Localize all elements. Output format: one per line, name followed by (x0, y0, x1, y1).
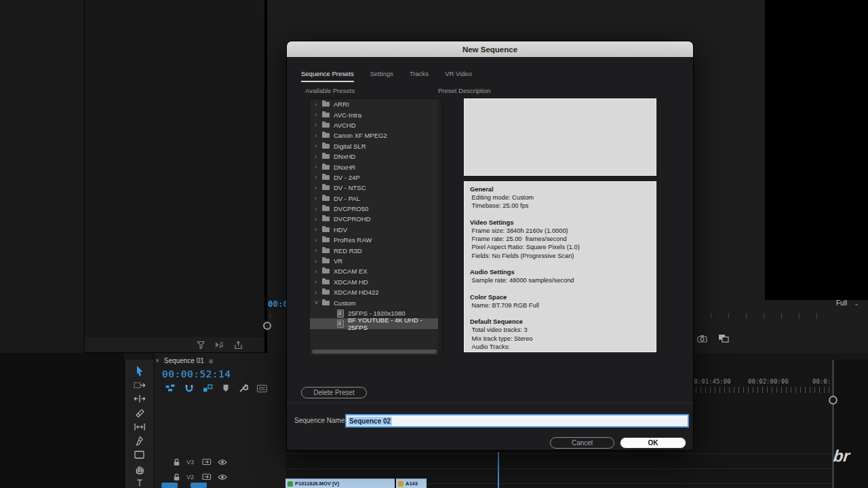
chevron-right-icon[interactable]: › (315, 216, 321, 223)
razor-tool[interactable] (132, 407, 148, 418)
timeline-ruler[interactable] (686, 387, 831, 393)
slip-tool[interactable] (132, 421, 148, 432)
chevron-right-icon[interactable]: › (315, 121, 321, 128)
type-tool[interactable] (132, 478, 148, 488)
captions-icon[interactable]: CC (257, 385, 267, 392)
timeline-clip[interactable]: P1011626.MOV [V] (285, 478, 395, 488)
rectangle-tool[interactable] (132, 450, 148, 460)
description-line: Fields: No Fields (Progressive Scan) (470, 252, 650, 260)
preset-folder[interactable]: ›ARRI (310, 99, 442, 109)
preset-folder[interactable]: ›DNxHD (310, 151, 442, 162)
add-marker-icon[interactable] (222, 384, 230, 392)
source-patch-icon[interactable] (202, 473, 212, 481)
tab-vr-video[interactable]: VR Video (445, 70, 472, 82)
preset-folder-custom[interactable]: ˅Custom (310, 297, 442, 307)
comparison-view-icon[interactable] (718, 334, 729, 343)
toggle-visibility-icon[interactable] (218, 474, 227, 481)
chevron-right-icon[interactable]: › (315, 164, 321, 170)
tab-sequence-presets[interactable]: Sequence Presets (301, 70, 354, 82)
preset-folder[interactable]: ›DV - PAL (310, 193, 442, 204)
chevron-right-icon[interactable]: › (315, 132, 321, 139)
preset-folder[interactable]: ›Digital SLR (310, 141, 442, 151)
export-icon[interactable] (234, 341, 243, 350)
hand-tool[interactable] (132, 464, 148, 474)
preset-item-selected[interactable]: BF YOUTUBE - 4K UHD - 25FPS (310, 318, 442, 329)
lock-icon[interactable] (173, 458, 180, 466)
tab-tracks[interactable]: Tracks (410, 70, 429, 82)
cancel-button[interactable]: Cancel (550, 437, 614, 449)
chevron-right-icon[interactable]: › (315, 237, 321, 244)
preset-folder[interactable]: ›VR (310, 256, 442, 266)
timeline-playhead-timecode[interactable]: 00:00:52:14 (162, 369, 231, 379)
chevron-right-icon[interactable]: › (315, 206, 321, 212)
ripple-edit-tool[interactable] (132, 394, 148, 404)
preset-folder[interactable]: ›AVCHD (310, 120, 442, 130)
snap-icon[interactable] (184, 384, 194, 393)
tab-settings[interactable]: Settings (370, 70, 393, 82)
playhead[interactable] (498, 452, 499, 488)
filter-icon[interactable] (197, 341, 205, 350)
preset-folder[interactable]: ›DV - NTSC (310, 183, 442, 193)
delete-preset-button[interactable]: Delete Preset (301, 387, 367, 398)
watermark: br (833, 447, 851, 466)
timeline-tab-sequence-01[interactable]: × Sequence 01 ≡ (155, 355, 213, 367)
chevron-right-icon[interactable]: › (315, 153, 321, 160)
divider-handle[interactable] (829, 396, 837, 405)
source-patch-icon[interactable] (202, 458, 212, 466)
track-label[interactable]: V2 (186, 474, 196, 481)
chevron-down-icon[interactable]: ˅ (315, 299, 321, 306)
monitor-scrub-knob[interactable] (263, 322, 271, 330)
folder-icon (322, 113, 330, 117)
ok-button[interactable]: OK (620, 437, 686, 449)
monitor-zoom-select[interactable]: Full ⌄ (836, 299, 859, 307)
lock-icon[interactable] (173, 473, 180, 481)
panel-menu-icon[interactable]: ≡ (209, 357, 213, 365)
preset-folder[interactable]: ›HDV (310, 225, 442, 235)
nest-toggle-icon[interactable] (165, 384, 176, 392)
preset-folder[interactable]: ›DNxHR (310, 162, 442, 172)
chevron-right-icon[interactable]: › (315, 258, 321, 265)
preset-tree[interactable]: ›ARRI ›AVC-Intra ›AVCHD ›Canon XF MPEG2 … (309, 98, 443, 356)
preset-folder[interactable]: ›RED R3D (310, 245, 442, 255)
timeline-clip[interactable]: A143 (396, 478, 427, 488)
track-select-forward-tool[interactable] (132, 380, 148, 390)
preset-folder[interactable]: ›XDCAM HD (310, 277, 442, 287)
chevron-right-icon[interactable]: › (315, 101, 321, 108)
preset-folder[interactable]: ›DVCPROHD (310, 214, 442, 224)
close-icon[interactable]: × (155, 357, 159, 364)
chevron-right-icon[interactable]: › (315, 226, 321, 233)
chevron-right-icon[interactable]: › (315, 278, 321, 285)
preset-folder[interactable]: ›Canon XF MPEG2 (310, 130, 442, 140)
chevron-right-icon[interactable]: › (315, 247, 321, 254)
export-frame-icon[interactable] (697, 335, 707, 343)
sequence-name-input[interactable]: Sequence 02 (345, 414, 689, 428)
track-label[interactable]: V3 (186, 459, 196, 466)
dialog-titlebar[interactable]: New Sequence (287, 41, 693, 57)
timeline-settings-icon[interactable] (239, 383, 248, 393)
chevron-right-icon[interactable]: › (315, 289, 321, 296)
tree-horizontal-scrollbar[interactable] (312, 350, 437, 354)
tree-vertical-scrollbar[interactable] (438, 99, 442, 356)
source-patch-chip-v1[interactable] (161, 483, 178, 488)
toggle-visibility-icon[interactable] (218, 459, 227, 466)
preset-folder[interactable]: ›AVC-Intra (310, 109, 442, 119)
track-target-chip-v1[interactable] (191, 483, 207, 488)
chevron-right-icon[interactable]: › (315, 143, 321, 149)
chevron-right-icon[interactable]: › (315, 174, 321, 181)
chevron-right-icon[interactable]: › (315, 185, 321, 191)
fx-badge-icon (398, 481, 403, 487)
description-line: Frame size: 3840h 2160v (1.0000) (470, 227, 650, 235)
folder-icon (322, 290, 330, 295)
pen-tool[interactable] (132, 436, 148, 447)
preset-folder[interactable]: ›XDCAM HD422 (310, 287, 442, 297)
preset-folder[interactable]: ›XDCAM EX (310, 266, 442, 276)
preset-folder[interactable]: ›DV - 24P (310, 172, 442, 183)
selection-tool[interactable] (132, 365, 148, 377)
chevron-right-icon[interactable]: › (315, 195, 321, 202)
automate-to-sequence-icon[interactable] (215, 341, 224, 349)
linked-selection-icon[interactable] (203, 384, 213, 392)
chevron-right-icon[interactable]: › (315, 268, 321, 275)
preset-folder[interactable]: ›ProRes RAW (310, 235, 442, 245)
chevron-right-icon[interactable]: › (315, 111, 321, 118)
preset-folder[interactable]: ›DVCPRO50 (310, 204, 442, 214)
